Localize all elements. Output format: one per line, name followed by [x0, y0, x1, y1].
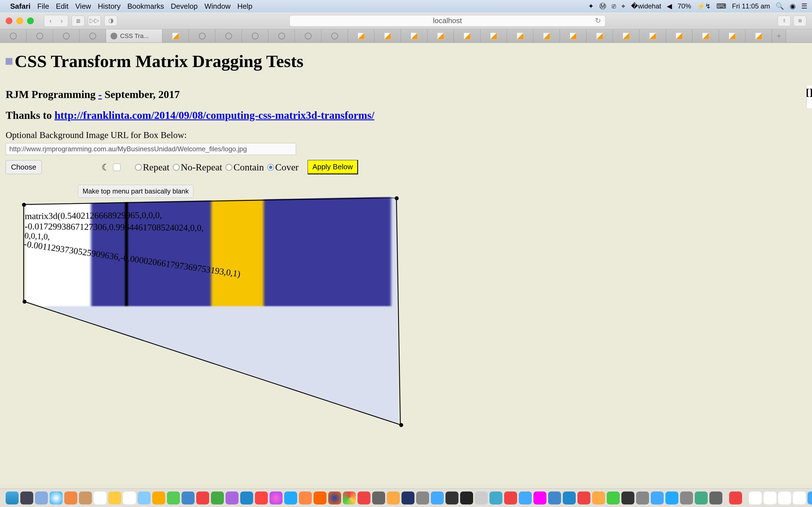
dock-app-icon[interactable] — [152, 492, 165, 504]
siri-icon[interactable]: ◉ — [790, 2, 796, 10]
dock-app-icon[interactable] — [225, 492, 239, 504]
tab[interactable] — [640, 29, 666, 43]
dock-app-icon[interactable] — [636, 492, 649, 504]
dock-app-icon[interactable] — [680, 492, 693, 504]
apply-button[interactable]: Apply Below — [308, 160, 358, 174]
menu-file[interactable]: File — [37, 2, 49, 11]
dock-app-icon[interactable] — [695, 492, 708, 504]
share-button[interactable]: ⇧ — [777, 15, 791, 26]
tab[interactable] — [454, 29, 480, 43]
dock-folder-icon[interactable] — [808, 492, 812, 504]
status-icon[interactable]: Ⓜ — [599, 2, 606, 11]
dock-app-icon[interactable] — [431, 492, 444, 504]
radio-repeat[interactable] — [135, 164, 142, 171]
close-window-button[interactable] — [6, 17, 12, 24]
tab[interactable] — [666, 29, 693, 43]
choose-file-button[interactable]: Choose — [6, 160, 42, 174]
url-bar[interactable]: localhost ↻ — [290, 15, 605, 26]
dock-app-icon[interactable] — [299, 492, 312, 504]
dock-filezilla-icon[interactable] — [577, 492, 591, 504]
menu-help[interactable]: Help — [238, 2, 252, 11]
dock-app-icon[interactable] — [313, 492, 326, 504]
dock-app-icon[interactable] — [196, 492, 209, 504]
menu-edit[interactable]: Edit — [56, 2, 68, 11]
radio-contain[interactable] — [225, 164, 232, 171]
dock-chrome-icon[interactable] — [343, 492, 356, 504]
dock-app-icon[interactable] — [240, 492, 253, 504]
tab[interactable] — [321, 29, 348, 43]
tab[interactable] — [374, 29, 401, 43]
menu-window[interactable]: Window — [204, 2, 231, 11]
tab[interactable] — [0, 29, 27, 43]
tab[interactable] — [480, 29, 507, 43]
bluetooth-icon[interactable]: ⌖ — [621, 2, 625, 10]
dock-app-icon[interactable] — [709, 492, 722, 504]
dock-app-icon[interactable] — [20, 492, 33, 504]
tabs-button[interactable]: ⧉ — [794, 15, 806, 26]
make-blank-button[interactable]: Make top menu part basically blank — [78, 185, 193, 198]
dock-app-icon[interactable] — [138, 492, 151, 504]
dock-app-icon[interactable] — [651, 492, 664, 504]
dock-terminal-icon[interactable] — [460, 492, 473, 504]
menu-bookmarks[interactable]: Bookmarks — [128, 2, 164, 11]
tab[interactable] — [587, 29, 613, 43]
dock-app-icon[interactable] — [607, 492, 620, 504]
status-icon[interactable]: ✦ — [588, 2, 594, 10]
dock-xd-icon[interactable] — [534, 492, 546, 504]
fast-forward-button[interactable]: ▷▷ — [88, 15, 101, 26]
tab[interactable] — [268, 29, 295, 43]
byline-link[interactable]: - — [98, 89, 102, 100]
dock-app-icon[interactable] — [563, 492, 576, 504]
dock-app-icon[interactable] — [490, 492, 502, 504]
menu-view[interactable]: View — [75, 2, 91, 11]
dock-app-icon[interactable] — [416, 492, 429, 504]
dock-itunes-icon[interactable] — [269, 492, 283, 504]
tab[interactable] — [746, 29, 772, 43]
dock-firefox-icon[interactable] — [328, 492, 341, 504]
app-name[interactable]: Safari — [10, 2, 31, 11]
dock-opera-icon[interactable] — [357, 492, 370, 504]
bg-url-input[interactable] — [6, 143, 296, 155]
dock-app-icon[interactable] — [548, 492, 561, 504]
radio-cover[interactable] — [267, 164, 274, 171]
dock-app-icon[interactable] — [64, 492, 77, 504]
tab[interactable] — [162, 29, 189, 43]
maximize-window-button[interactable] — [27, 17, 34, 24]
tab[interactable] — [295, 29, 321, 43]
drag-handle-top-right[interactable] — [395, 196, 399, 200]
forward-button[interactable]: › — [57, 16, 67, 25]
dock-app-icon[interactable] — [211, 492, 224, 504]
back-button[interactable]: ‹ — [45, 16, 56, 25]
dock-app-icon[interactable] — [387, 492, 400, 504]
dock-app-icon[interactable] — [35, 492, 48, 504]
tab[interactable] — [427, 29, 454, 43]
dock-app-icon[interactable] — [167, 492, 180, 504]
tab[interactable] — [401, 29, 427, 43]
unknown-checkbox[interactable] — [113, 164, 120, 171]
tab[interactable] — [215, 29, 242, 43]
new-tab-button[interactable]: + — [772, 29, 786, 43]
dock-app-icon[interactable] — [729, 492, 742, 504]
keyboard-icon[interactable]: ⌨ — [716, 2, 726, 10]
thanks-link[interactable]: http://franklinta.com/2014/09/08/computi… — [54, 109, 374, 121]
clock[interactable]: Fri 11:05 am — [732, 2, 770, 10]
dock-app-icon[interactable] — [79, 492, 92, 504]
menu-history[interactable]: History — [98, 2, 121, 11]
sidebar-toggle-button[interactable]: ▥ — [71, 15, 85, 26]
tab[interactable] — [719, 29, 746, 43]
reload-icon[interactable]: ↻ — [595, 16, 601, 25]
tab[interactable] — [348, 29, 374, 43]
shield-button[interactable]: ◑ — [104, 15, 117, 26]
tab[interactable] — [242, 29, 268, 43]
dock-app-icon[interactable] — [621, 492, 635, 504]
tab[interactable] — [534, 29, 560, 43]
notification-center-icon[interactable]: ☰ — [801, 2, 808, 10]
wifi-icon[interactable]: �widehat — [631, 2, 661, 10]
dock-doc-icon[interactable] — [778, 492, 791, 504]
tab[interactable] — [189, 29, 215, 43]
dock-app-icon[interactable] — [519, 492, 532, 504]
dock-app-icon[interactable] — [123, 492, 136, 504]
volume-icon[interactable]: ◀ — [667, 2, 672, 10]
dock-doc-icon[interactable] — [749, 492, 762, 504]
drag-handle-top-left[interactable] — [22, 203, 26, 207]
